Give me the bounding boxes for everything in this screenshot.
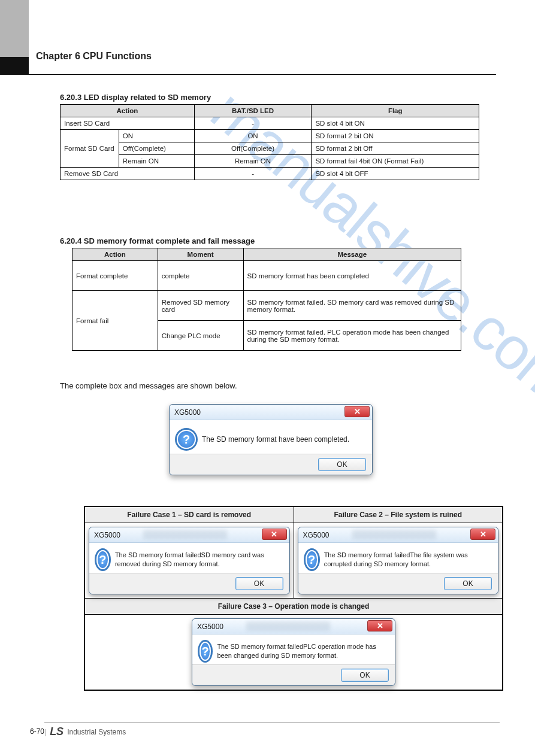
dialog-title-text: XG5000	[94, 531, 120, 539]
fail-header-3: Failure Case 3 – Operation mode is chang…	[85, 599, 503, 615]
ok-button[interactable]: OK	[444, 577, 492, 590]
dialog-fail-1: XG5000 ✕ ? The SD memory format failedSD…	[89, 527, 290, 594]
fail-header-1: Failure Case 1 – SD card is removed	[85, 507, 294, 523]
cell: Removed SD memory card	[158, 291, 243, 321]
cell: ON	[119, 130, 194, 142]
footer-logo: | LS Industrial Systems	[44, 725, 126, 738]
cell: -	[194, 168, 312, 180]
question-icon: ?	[200, 642, 211, 661]
close-icon[interactable]: ✕	[262, 529, 287, 540]
dialog-title: XG5000 ✕	[192, 619, 395, 634]
cell: SD memory format failed. PLC operation m…	[243, 321, 461, 351]
message-table: Action Moment Message Format complete co…	[72, 248, 461, 351]
paragraph: The complete box and messages are shown …	[60, 380, 479, 392]
cell: Off(Complete)	[194, 142, 312, 155]
th-action: Action	[72, 248, 158, 261]
cell: ON	[194, 130, 312, 142]
dialog-title-text: XG5000	[197, 623, 223, 631]
cell: SD format 2 bit Off	[312, 142, 479, 155]
th-led: BAT./SD LED	[194, 105, 312, 117]
cell: Remain ON	[194, 155, 312, 168]
cell: SD format fail 4bit ON (Format Fail)	[312, 155, 479, 168]
page-title: Chapter 6 CPU Functions	[36, 51, 152, 62]
cell: -	[194, 117, 312, 130]
dialog-title: XG5000 ✕	[298, 527, 498, 543]
ok-button[interactable]: OK	[235, 577, 283, 590]
close-icon[interactable]: ✕	[344, 406, 370, 417]
logo-text: LS	[50, 725, 64, 738]
dialog-title-text: XG5000	[303, 531, 330, 539]
dialog-fail-3: XG5000 ✕ ? The SD memory format failedPL…	[192, 618, 395, 686]
cell: SD format 2 bit ON	[312, 130, 479, 142]
led-table: Action BAT./SD LED Flag Insert SD Card -…	[60, 104, 479, 180]
section-6-20-4-title: 6.20.4 SD memory format complete and fai…	[60, 236, 461, 245]
cell: Insert SD Card	[61, 117, 195, 130]
cell: complete	[158, 261, 243, 291]
close-icon[interactable]: ✕	[367, 620, 392, 631]
cell: SD slot 4 bit OFF	[312, 168, 479, 180]
fail-header-2: Failure Case 2 – File system is ruined	[294, 507, 503, 523]
question-icon: ?	[306, 550, 318, 569]
ok-button[interactable]: OK	[341, 669, 389, 682]
cell: Remain ON	[119, 155, 194, 168]
ok-button[interactable]: OK	[318, 458, 366, 471]
question-icon: ?	[96, 550, 109, 569]
th-flag: Flag	[312, 105, 479, 117]
dialog-title: XG5000 ✕	[170, 405, 372, 420]
dialog-complete: XG5000 ✕ ? The SD memory format have bee…	[169, 404, 373, 475]
dialog-title-text: XG5000	[174, 408, 201, 417]
logo-subtext: Industrial Systems	[67, 728, 126, 736]
close-icon[interactable]: ✕	[470, 529, 495, 540]
dialog-message: The SD memory format have been completed…	[202, 435, 349, 444]
question-icon: ?	[177, 430, 196, 449]
cell: Format fail	[72, 291, 158, 351]
cell: Remove SD Card	[61, 168, 195, 180]
dialog-message: The SD memory format failedPLC operation…	[217, 642, 388, 660]
dialog-message: The SD memory format failedThe file syst…	[324, 551, 491, 569]
th-moment: Moment	[158, 248, 243, 261]
cell: SD memory format failed. SD memory card …	[243, 291, 461, 321]
cell: SD slot 4 bit ON	[312, 117, 479, 130]
section-6-20-3-title: 6.20.3 LED display related to SD memory	[60, 93, 479, 102]
th-message: Message	[243, 248, 461, 261]
cell: Off(Complete)	[119, 142, 194, 155]
th-action: Action	[61, 105, 195, 117]
failure-grid: Failure Case 1 – SD card is removed Fail…	[84, 506, 503, 691]
cell: Format SD Card	[61, 130, 119, 168]
cell: Format complete	[72, 261, 158, 291]
dialog-fail-2: XG5000 ✕ ? The SD memory format failedTh…	[298, 527, 499, 594]
dialog-message: The SD memory format failedSD memory car…	[115, 551, 282, 569]
cell: SD memory format has been completed	[243, 261, 461, 291]
dialog-title: XG5000 ✕	[89, 527, 289, 543]
page-number: 6-70	[30, 727, 44, 736]
cell: Change PLC mode	[158, 321, 243, 351]
